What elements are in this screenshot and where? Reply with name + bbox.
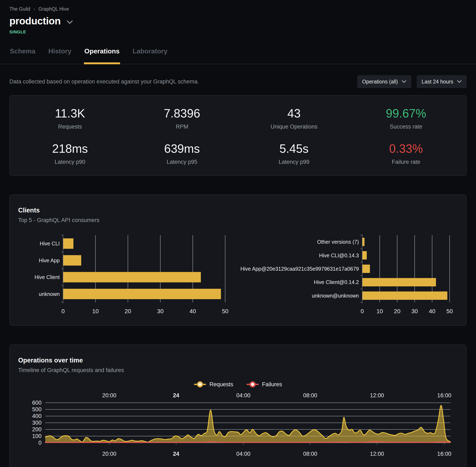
tabs-bar: SchemaHistoryOperationsLaboratory xyxy=(0,47,476,64)
x-tick-label-top: 08:00 xyxy=(303,392,317,399)
stat-requests: 11.3KRequests xyxy=(14,106,126,130)
x-tick-label: 30 xyxy=(157,308,163,314)
filter-buttons: Operations (all) Last 24 hours xyxy=(357,75,467,88)
bar-hive-client[interactable] xyxy=(63,272,201,282)
stat-rpm: 7.8396RPM xyxy=(126,106,238,130)
y-tick-label: 500 xyxy=(32,406,41,413)
operations-filter-dropdown[interactable]: Operations (all) xyxy=(357,75,411,88)
category-label: Hive App@20e3129caa921c35e9979631e17a067… xyxy=(240,266,359,272)
bar-hive-app[interactable] xyxy=(63,255,81,266)
breadcrumb-item-graphql-hive[interactable]: GraphQL Hive xyxy=(39,6,69,12)
stat-value: 99.67% xyxy=(386,106,426,120)
category-label: unknown@unknown xyxy=(312,293,359,298)
breadcrumb-separator-icon: › xyxy=(34,6,35,12)
bar-other-versions-7[interactable] xyxy=(362,238,365,246)
stat-label: Unique Operations xyxy=(271,124,317,130)
x-tick-label: 20 xyxy=(125,308,131,314)
category-label: unknown xyxy=(39,291,60,297)
y-tick-label: 600 xyxy=(32,400,41,406)
breadcrumb-item-the-guild[interactable]: The Guild xyxy=(9,6,30,12)
timeline-legend: RequestsFailures xyxy=(18,381,458,388)
failures-legend-marker-icon xyxy=(247,381,259,388)
x-tick-label-bottom: 04:00 xyxy=(236,451,251,457)
category-label: Hive App xyxy=(39,258,60,263)
legend-label: Failures xyxy=(262,381,282,388)
x-tick-label: 50 xyxy=(222,308,228,314)
tabs: SchemaHistoryOperationsLaboratory xyxy=(9,47,467,64)
stat-label: Success rate xyxy=(390,124,422,130)
y-tick-label: 200 xyxy=(32,426,41,433)
clients-charts-row: Hive CLIHive AppHive Clientunknown010203… xyxy=(18,232,458,320)
legend-label: Requests xyxy=(209,381,233,388)
clients-card-title: Clients xyxy=(18,207,458,214)
stat-label: Failure rate xyxy=(392,159,420,165)
tab-history[interactable]: History xyxy=(48,47,72,64)
title-row: production xyxy=(9,15,467,27)
stat-latency-p90: 218msLatency p90 xyxy=(14,142,126,165)
x-tick-label: 30 xyxy=(411,308,418,314)
legend-item-failures[interactable]: Failures xyxy=(247,381,282,388)
stat-value: 639ms xyxy=(164,142,200,156)
chevron-down-icon xyxy=(402,80,406,83)
x-tick-label: 10 xyxy=(376,308,383,314)
x-tick-label-top: 24 xyxy=(173,392,179,399)
category-label: Hive CLI xyxy=(40,241,60,246)
bar-hive-app-20e3129caa921c35e9979631e17a0679[interactable] xyxy=(362,265,370,273)
operations-card-title: Operations over time xyxy=(18,357,458,364)
category-label: Hive Client xyxy=(34,274,60,280)
stat-value: 0.33% xyxy=(389,142,423,156)
category-label: Hive Client@0.14.2 xyxy=(314,279,359,285)
operations-filter-label: Operations (all) xyxy=(362,79,398,85)
target-type-badge: SINGLE xyxy=(9,30,467,34)
stat-label: Latency p99 xyxy=(279,159,309,165)
bar-unknown[interactable] xyxy=(63,289,221,299)
x-tick-label-bottom: 12:00 xyxy=(370,451,384,457)
bar-hive-client-0-14-2[interactable] xyxy=(362,278,436,286)
clients-by-version-chart: Other versions (7)Hive CLI@0.14.3Hive Ap… xyxy=(239,232,458,320)
x-tick-label-top: 20:00 xyxy=(102,392,117,399)
stat-label: RPM xyxy=(176,124,188,130)
x-tick-label-top: 04:00 xyxy=(236,392,251,399)
time-range-label: Last 24 hours xyxy=(422,79,453,85)
y-tick-label: 400 xyxy=(32,413,41,419)
operations-over-time-card: Operations over time Timeline of GraphQL… xyxy=(9,345,467,467)
x-tick-label: 10 xyxy=(92,308,99,314)
stat-success-rate: 99.67%Success rate xyxy=(350,106,462,130)
tab-schema[interactable]: Schema xyxy=(9,47,36,64)
bar-hive-cli[interactable] xyxy=(63,238,74,249)
chevron-down-icon xyxy=(457,80,462,83)
bar-hive-cli-0-14-3[interactable] xyxy=(362,251,367,259)
operations-timeline-chart: 010020030040050060020:0020:00242404:0004… xyxy=(18,392,459,461)
requests-area xyxy=(45,405,450,443)
stat-label: Latency p90 xyxy=(55,159,85,165)
chevron-down-icon[interactable] xyxy=(66,18,73,24)
stat-value: 43 xyxy=(288,106,301,120)
category-label: Other versions (7) xyxy=(317,239,359,245)
stat-value: 218ms xyxy=(52,142,88,156)
y-tick-label: 300 xyxy=(32,420,41,426)
breadcrumb: The Guild›GraphQL Hive xyxy=(9,6,467,12)
stat-failure-rate: 0.33%Failure rate xyxy=(350,142,462,165)
stat-latency-p95: 639msLatency p95 xyxy=(126,142,238,165)
x-tick-label: 20 xyxy=(394,308,400,314)
tab-laboratory[interactable]: Laboratory xyxy=(132,47,168,64)
stat-label: Latency p95 xyxy=(167,159,197,165)
x-tick-label: 40 xyxy=(429,308,435,314)
x-tick-label-bottom: 08:00 xyxy=(303,451,317,457)
legend-item-requests[interactable]: Requests xyxy=(194,381,233,388)
bar-unknown-unknown[interactable] xyxy=(362,292,447,300)
page: The Guild›GraphQL Hive production SINGLE… xyxy=(0,0,476,467)
stat-value: 7.8396 xyxy=(164,106,200,120)
x-tick-label-bottom: 24 xyxy=(173,451,179,457)
category-label: Hive CLI@0.14.3 xyxy=(319,252,359,258)
stat-label: Requests xyxy=(58,124,82,130)
y-tick-label: 0 xyxy=(39,440,41,446)
clients-card: Clients Top 5 - GraphQL API consumers Hi… xyxy=(9,195,467,326)
x-tick-label-top: 12:00 xyxy=(370,392,384,399)
x-tick-label: 0 xyxy=(61,308,65,314)
tab-operations[interactable]: Operations xyxy=(84,47,120,64)
page-title: production xyxy=(9,15,61,27)
stats-summary-card: 11.3KRequests7.8396RPM43Unique Operation… xyxy=(9,95,467,176)
time-range-dropdown[interactable]: Last 24 hours xyxy=(417,75,467,88)
clients-by-name-chart: Hive CLIHive AppHive Clientunknown010203… xyxy=(18,232,239,320)
